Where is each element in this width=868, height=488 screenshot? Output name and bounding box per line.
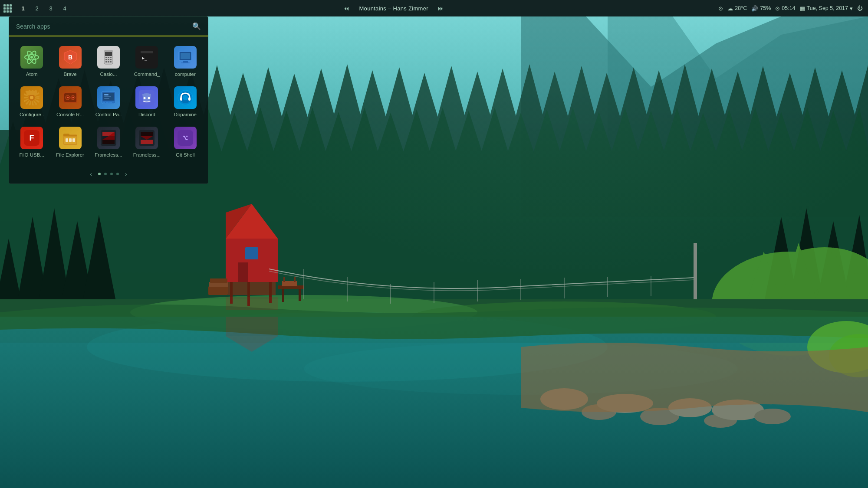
app-item-command[interactable]: ▶_ Command_ — [128, 42, 166, 82]
workspace-4-button[interactable]: 4 — [59, 2, 71, 14]
clock: ⊙ 05:14 — [775, 5, 795, 12]
app-item-fiio[interactable]: F FiiO USB... — [13, 122, 51, 163]
app-item-configure[interactable]: Configure.. — [13, 82, 51, 122]
svg-rect-176 — [106, 102, 108, 103]
date-info: ▦ Tue, Sep 5, 2017 ▾ — [800, 5, 853, 12]
app-label-configure: Configure.. — [20, 111, 44, 118]
svg-text:▶_: ▶_ — [142, 56, 148, 61]
app-item-dopamine[interactable]: Dopamine — [166, 82, 204, 122]
svg-rect-180 — [104, 98, 109, 99]
app-item-atom[interactable]: Atom — [13, 42, 51, 82]
app-icon-casio — [97, 46, 120, 69]
app-icon-command: ▶_ — [135, 46, 158, 69]
svg-rect-178 — [104, 94, 108, 95]
volume-info[interactable]: 🔊 75% — [751, 5, 771, 12]
app-item-fileexplorer[interactable]: File Explorer — [51, 122, 89, 163]
svg-point-186 — [183, 95, 188, 100]
app-label-discord: Discord — [138, 111, 155, 118]
taskbar: 1 2 3 4 ⏮ Mountains – Hans Zimmer ⏭ ⊙ ☁ … — [0, 0, 868, 16]
search-icon[interactable]: 🔍 — [192, 22, 201, 30]
app-label-command: Command_ — [134, 71, 160, 78]
page-dot-3[interactable] — [110, 173, 113, 175]
power-icon: ⏻ — [857, 5, 863, 11]
svg-rect-147 — [108, 59, 109, 60]
svg-rect-142 — [105, 52, 112, 56]
volume-level: 75% — [760, 5, 771, 11]
app-item-discord[interactable]: Discord — [128, 82, 166, 122]
power-button[interactable]: ⏻ — [857, 5, 863, 11]
media-next-button[interactable]: ⏭ — [435, 4, 447, 13]
network-status: ⊙ — [718, 5, 723, 12]
svg-rect-195 — [72, 138, 75, 142]
app-label-control: Control Pa.. — [95, 111, 122, 118]
app-icon-control — [97, 86, 120, 109]
svg-rect-170 — [72, 97, 74, 98]
workspace-2-button[interactable]: 2 — [31, 2, 43, 14]
temperature: 28°C — [735, 5, 747, 11]
page-dot-4[interactable] — [116, 173, 119, 175]
svg-rect-194 — [69, 138, 72, 142]
app-item-control[interactable]: Control Pa.. — [89, 82, 128, 122]
search-bar: 🔍 — [9, 17, 208, 36]
app-icon-computer — [174, 46, 197, 69]
page-prev-button[interactable]: ‹ — [87, 170, 95, 178]
taskbar-center: ⏮ Mountains – Hans Zimmer ⏭ — [74, 4, 713, 13]
app-item-gitshell[interactable]: ⌥ Git Shell — [166, 122, 204, 163]
app-item-brave[interactable]: B Brave — [51, 42, 89, 82]
app-label-dopamine: Dopamine — [174, 111, 197, 118]
app-label-fileexplorer: File Explorer — [56, 152, 84, 158]
page-next-button[interactable]: › — [122, 170, 130, 178]
app-label-casio: Casio... — [100, 71, 117, 78]
app-label-frameless2: Frameless... — [133, 152, 161, 158]
app-icon-frameless2 — [135, 127, 158, 149]
app-icon-fileexplorer — [59, 127, 82, 149]
svg-text:F: F — [30, 134, 34, 142]
taskbar-right: ⊙ ☁ 28°C 🔊 75% ⊙ 05:14 ▦ Tue, Sep 5, 201… — [713, 5, 868, 12]
svg-rect-145 — [110, 57, 112, 58]
clock-icon: ⊙ — [775, 5, 780, 12]
search-input[interactable] — [16, 23, 192, 30]
workspace-1-button[interactable]: 1 — [17, 2, 29, 14]
app-item-frameless2[interactable]: Frameless... — [128, 122, 166, 163]
app-item-console[interactable]: Console R... — [51, 82, 89, 122]
song-title: Mountains – Hans Zimmer — [359, 5, 428, 12]
media-prev-button[interactable]: ⏮ — [341, 4, 352, 13]
dropdown-arrow[interactable]: ▾ — [850, 5, 853, 12]
app-icon-console — [59, 86, 82, 109]
svg-rect-150 — [108, 61, 109, 62]
calendar-icon: ▦ — [800, 5, 805, 12]
svg-rect-193 — [66, 138, 68, 142]
app-label-console: Console R... — [56, 111, 84, 118]
svg-text:⌥: ⌥ — [183, 133, 188, 143]
svg-rect-157 — [183, 61, 188, 62]
app-item-casio[interactable]: Casio... — [89, 42, 128, 82]
app-label-gitshell: Git Shell — [176, 152, 194, 158]
app-label-fiio: FiiO USB... — [19, 152, 44, 158]
apps-grid: Atom B Brave — [9, 36, 208, 168]
app-item-computer[interactable]: computer — [166, 42, 204, 82]
workspace-3-button[interactable]: 3 — [45, 2, 57, 14]
page-dot-2[interactable] — [104, 173, 107, 175]
svg-rect-200 — [102, 140, 115, 144]
app-item-frameless1[interactable]: Frameless... — [89, 122, 128, 163]
svg-point-182 — [144, 97, 146, 99]
app-label-brave: Brave — [64, 71, 77, 78]
app-launcher: 🔍 Atom B Brave — [9, 16, 208, 184]
app-icon-gitshell: ⌥ — [174, 127, 197, 149]
svg-rect-179 — [104, 96, 111, 97]
svg-point-138 — [30, 56, 33, 59]
svg-point-183 — [148, 97, 150, 99]
time-display: 05:14 — [782, 5, 795, 11]
app-icon-brave: B — [59, 46, 82, 69]
svg-rect-144 — [108, 57, 109, 58]
volume-icon: 🔊 — [751, 5, 758, 12]
app-icon-discord — [135, 86, 158, 109]
app-icon-configure — [20, 86, 43, 109]
apps-grid-icon[interactable] — [3, 4, 12, 13]
svg-point-162 — [30, 96, 33, 99]
svg-rect-143 — [105, 57, 107, 58]
svg-text:B: B — [68, 54, 72, 61]
svg-rect-169 — [67, 97, 69, 98]
page-dot-1[interactable] — [98, 173, 101, 175]
svg-rect-153 — [141, 51, 153, 53]
